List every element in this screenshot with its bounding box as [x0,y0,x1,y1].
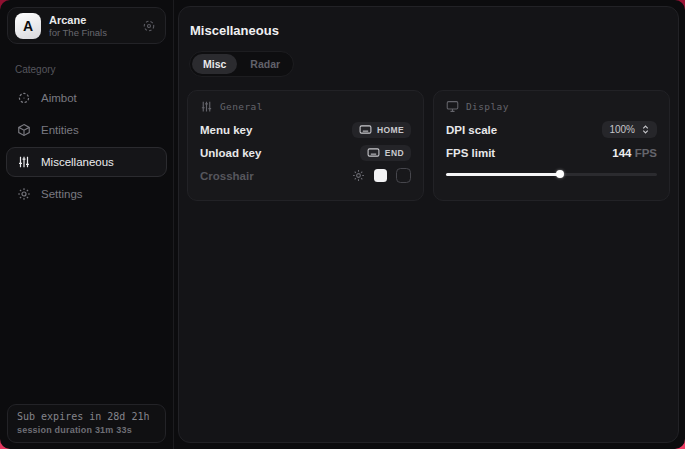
menu-key-bind-button[interactable]: HOME [352,122,411,138]
general-card: General Menu key HOME [187,90,424,201]
dpi-scale-label: DPI scale [446,124,497,136]
fps-limit-readout: 144 FPS [612,147,657,159]
crosshair-settings-gear-icon[interactable] [352,169,365,182]
menu-key-label: Menu key [200,124,252,136]
brand-card: A Arcane for The Finals [7,7,166,44]
crosshair-controls [352,168,411,183]
brand-text: Arcane for The Finals [49,14,134,38]
unload-key-bind-button[interactable]: END [360,145,411,161]
category-label: Category [15,64,173,75]
sliders-icon [200,100,213,113]
keyboard-icon [367,148,380,157]
sidebar-item-label: Aimbot [41,92,77,104]
sidebar-item-label: Miscellaneous [41,156,114,168]
keyboard-icon [359,125,372,134]
sidebar-item-entities[interactable]: Entities [6,115,167,145]
crosshair-icon [17,91,31,105]
fps-limit-row: FPS limit 144 FPS [446,141,657,164]
sidebar-item-label: Settings [41,188,83,200]
sliders-icon [17,155,31,169]
chevrons-updown-icon [641,124,650,135]
app-subtitle: for The Finals [49,27,134,38]
display-card-title: Display [466,101,509,112]
fps-limit-value: 144 [612,147,631,159]
sub-expiry-text: Sub expires in 28d 21h [17,411,156,422]
sidebar-item-aimbot[interactable]: Aimbot [6,83,167,113]
dpi-scale-select[interactable]: 100% [602,121,657,138]
app-logo: A [15,13,41,39]
sidebar-nav: Aimbot Entities Miscel [0,83,173,209]
dpi-scale-row: DPI scale 100% [446,118,657,141]
main-area: Miscellaneous Misc Radar Gene [174,0,685,449]
general-card-title: General [220,101,263,112]
menu-key-row: Menu key HOME [200,118,411,141]
sidebar: A Arcane for The Finals Category [0,0,174,449]
crosshair-color-swatch[interactable] [374,169,387,182]
sync-icon[interactable] [142,19,156,33]
unload-key-value: END [385,148,404,158]
page-title: Miscellaneous [190,23,670,38]
unload-key-label: Unload key [200,147,261,159]
sidebar-item-settings[interactable]: Settings [6,179,167,209]
crosshair-label: Crosshair [200,170,254,182]
fps-limit-unit: FPS [635,147,657,159]
subscription-status-box: Sub expires in 28d 21h session duration … [7,404,166,443]
unload-key-row: Unload key END [200,141,411,164]
fps-slider-thumb[interactable] [556,170,564,178]
fps-limit-slider[interactable] [446,169,657,179]
fps-slider-fill [446,173,560,176]
cube-icon [17,123,31,137]
menu-key-value: HOME [377,125,404,135]
dpi-scale-value: 100% [609,124,635,135]
display-card-header: Display [446,100,657,113]
monitor-icon [446,100,459,113]
crosshair-row: Crosshair [200,164,411,187]
miscellaneous-panel: Miscellaneous Misc Radar Gene [178,6,679,443]
sidebar-item-miscellaneous[interactable]: Miscellaneous [6,147,167,177]
app-window: A Arcane for The Finals Category [0,0,685,449]
fps-limit-label: FPS limit [446,147,495,159]
session-duration-text: session duration 31m 33s [17,425,156,435]
tab-radar[interactable]: Radar [239,54,291,74]
general-card-header: General [200,100,411,113]
crosshair-checkbox[interactable] [396,168,411,183]
cards-row: General Menu key HOME [187,90,670,201]
app-title: Arcane [49,14,134,26]
sidebar-item-label: Entities [41,124,79,136]
tab-misc[interactable]: Misc [192,54,237,74]
gear-icon [17,187,31,201]
display-card: Display DPI scale 100% [433,90,670,201]
tab-bar: Misc Radar [189,51,294,77]
